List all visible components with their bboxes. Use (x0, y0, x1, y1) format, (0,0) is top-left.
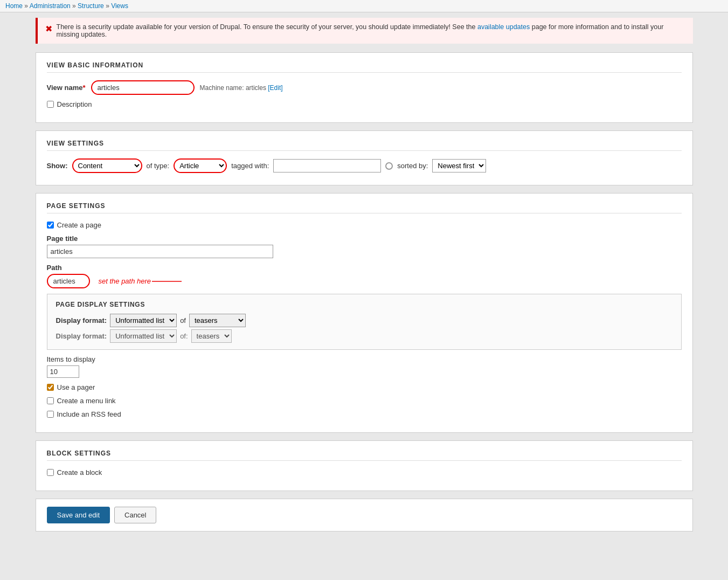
breadcrumb-views[interactable]: Views (111, 2, 128, 10)
view-name-row: View name* Machine name: articles [Edit] (47, 80, 682, 95)
create-menu-link-row: Create a menu link (47, 397, 682, 405)
page-title-label: Page title (47, 234, 682, 243)
security-notice: ✖ There is a security update available f… (36, 18, 693, 44)
items-to-display-input[interactable] (47, 365, 79, 378)
page-settings-title: PAGE SETTINGS (47, 202, 682, 213)
show-label: Show: (47, 162, 68, 170)
display-format-select-2[interactable]: Unformatted list (110, 329, 177, 343)
use-pager-checkbox[interactable] (47, 384, 54, 391)
view-name-input[interactable] (91, 80, 195, 95)
of-label: of (180, 316, 186, 324)
machine-name-edit-link[interactable]: [Edit] (268, 84, 282, 92)
view-settings-row: Show: Content Files Taxonomy terms Users… (47, 158, 682, 173)
breadcrumb: Home » Administration » Structure » View… (0, 0, 728, 12)
create-page-row: Create a page (47, 221, 682, 229)
bottom-bar: Save and edit Cancel (36, 499, 693, 531)
sorted-by-select[interactable]: Newest first Oldest first Title Author (432, 159, 486, 172)
view-basic-info-section: VIEW BASIC INFORMATION View name* Machin… (36, 52, 693, 123)
display-format-select[interactable]: Unformatted list Grid HTML list Table (110, 314, 177, 327)
items-to-display-section: Items to display (47, 355, 682, 378)
create-block-label: Create a block (57, 468, 102, 477)
page-title-input[interactable] (47, 245, 273, 258)
display-format-row-2: Display format: Unformatted list of: tea… (56, 329, 672, 343)
breadcrumb-structure[interactable]: Structure (78, 2, 104, 10)
page-display-settings-title: PAGE DISPLAY SETTINGS (56, 301, 672, 308)
page-settings-section: PAGE SETTINGS Create a page Page title P… (36, 193, 693, 433)
machine-name-text: Machine name: articles [Edit] (200, 84, 283, 92)
create-block-checkbox[interactable] (47, 469, 54, 476)
block-settings-title: BLOCK SETTINGS (47, 450, 682, 461)
path-label: Path (47, 264, 682, 272)
save-and-edit-button[interactable]: Save and edit (47, 507, 110, 523)
path-arrow (152, 276, 184, 287)
tagged-with-label: tagged with: (231, 162, 269, 170)
display-format-label-2: Display format: (56, 332, 107, 340)
cancel-button[interactable]: Cancel (114, 507, 156, 523)
available-updates-link[interactable]: available updates (477, 23, 530, 31)
sorted-by-label: sorted by: (397, 162, 428, 170)
view-name-label: View name* (47, 84, 86, 92)
security-notice-text: There is a security update available for… (57, 23, 685, 38)
use-pager-label: Use a pager (57, 383, 95, 391)
items-to-display-label: Items to display (47, 355, 682, 363)
include-rss-checkbox[interactable] (47, 411, 54, 418)
create-page-label: Create a page (57, 221, 101, 229)
type-select[interactable]: Article Basic page - Any - (174, 158, 227, 173)
view-settings-title: VIEW SETTINGS (47, 140, 682, 151)
show-select[interactable]: Content Files Taxonomy terms Users (72, 158, 142, 173)
tagged-radio[interactable] (385, 162, 393, 170)
of-select-2[interactable]: teasers (191, 329, 232, 343)
page-title-section: Page title (47, 234, 682, 258)
display-format-row: Display format: Unformatted list Grid HT… (56, 314, 672, 327)
include-rss-row: Include an RSS feed (47, 410, 682, 418)
view-settings-section: VIEW SETTINGS Show: Content Files Taxono… (36, 130, 693, 185)
description-row: Description (47, 100, 682, 108)
of-type-label: of type: (147, 162, 170, 170)
description-checkbox[interactable] (47, 101, 54, 108)
breadcrumb-home[interactable]: Home (5, 2, 23, 10)
tagged-with-input[interactable] (273, 159, 381, 172)
create-page-checkbox[interactable] (47, 222, 54, 229)
create-block-row: Create a block (47, 468, 682, 477)
block-settings-section: BLOCK SETTINGS Create a block (36, 440, 693, 491)
page-display-settings-box: PAGE DISPLAY SETTINGS Display format: Un… (47, 294, 682, 350)
display-format-label: Display format: (56, 316, 107, 324)
create-menu-link-checkbox[interactable] (47, 397, 54, 404)
path-section: Path set the path here (47, 264, 682, 288)
path-input[interactable] (47, 274, 90, 288)
create-menu-link-label: Create a menu link (57, 397, 116, 405)
include-rss-label: Include an RSS feed (57, 410, 121, 418)
path-hint: set the path here (99, 277, 151, 285)
of-select[interactable]: teasers fields titles (linked) titles (189, 314, 246, 327)
error-icon: ✖ (45, 24, 52, 34)
description-label: Description (57, 100, 92, 108)
view-basic-info-title: VIEW BASIC INFORMATION (47, 61, 682, 73)
page-wrapper: ✖ There is a security update available f… (30, 12, 698, 537)
breadcrumb-administration[interactable]: Administration (30, 2, 71, 10)
use-pager-row: Use a pager (47, 383, 682, 391)
